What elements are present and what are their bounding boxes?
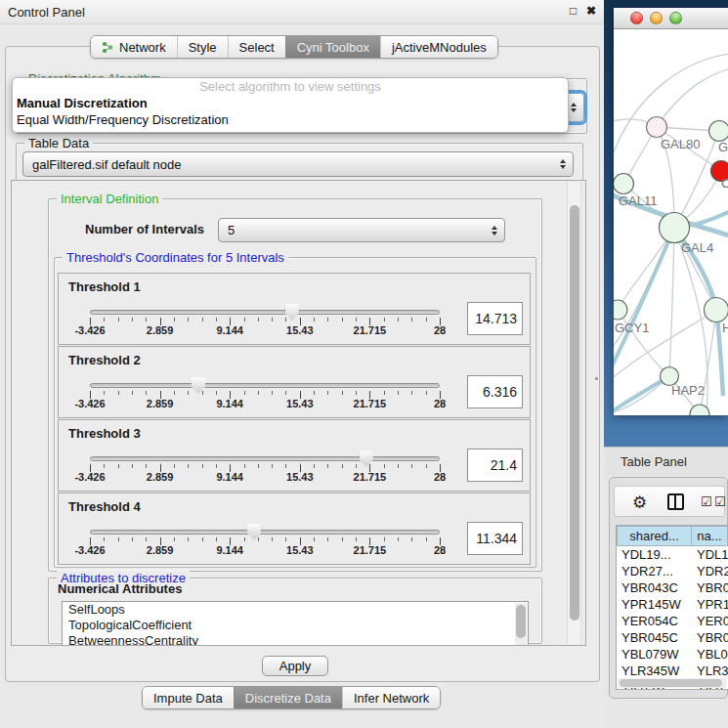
tab-style-label: Style: [189, 40, 217, 55]
cell[interactable]: YLR345W: [617, 663, 692, 679]
table-row[interactable]: YBR045CYBR0: [617, 629, 728, 646]
tab-impute-data[interactable]: Impute Data: [143, 687, 234, 708]
table-row[interactable]: YDR27...YDR2: [617, 563, 728, 579]
combo-arrows-icon: [571, 103, 577, 112]
cell[interactable]: YPR145W: [617, 596, 692, 613]
node-gcy1[interactable]: [614, 300, 627, 320]
tick-label: 9.144: [216, 544, 243, 556]
algorithm-option-equal-width[interactable]: Equal Width/Frequency Discretization: [13, 111, 568, 128]
table-row[interactable]: YER054CYER0: [617, 613, 728, 629]
table-horizontal-scrollbar-thumb[interactable]: [620, 679, 722, 687]
threshold-3-label: Threshold 3: [68, 426, 141, 441]
cell[interactable]: YBR0: [692, 579, 728, 596]
tick-label: 15.43: [286, 398, 314, 409]
tick-label: 2.859: [147, 544, 174, 556]
cell[interactable]: YDR2: [692, 563, 728, 579]
close-traffic-light-icon[interactable]: [630, 12, 643, 24]
threshold-3-slider-track[interactable]: [90, 456, 440, 461]
tab-style[interactable]: Style: [177, 36, 228, 58]
node-gal11[interactable]: [614, 174, 634, 194]
cell[interactable]: YDL1: [692, 546, 728, 563]
algorithm-popup-prompt: Select algorithm to view settings: [13, 78, 568, 95]
node-label-gal4: GAL4: [681, 240, 713, 255]
table-data-combobox[interactable]: galFiltered.sif default node: [22, 151, 574, 177]
cell[interactable]: YPR1: [692, 596, 728, 613]
cell[interactable]: YBR0: [692, 629, 728, 646]
tab-cyni-toolbox[interactable]: Cyni Toolbox: [285, 36, 380, 58]
gear-icon[interactable]: ⚙: [632, 491, 647, 514]
checkbox-checked-icon[interactable]: ☑: [714, 493, 726, 510]
number-of-intervals-label: Number of Intervals: [85, 222, 204, 236]
cell[interactable]: YER0: [692, 613, 728, 629]
cell[interactable]: YBR045C: [617, 629, 692, 646]
numerical-attributes-list: SelfLoops TopologicalCoefficient Between…: [62, 601, 529, 646]
tab-infer-network[interactable]: Infer Network: [342, 687, 440, 708]
number-of-intervals-combobox[interactable]: 5: [218, 218, 505, 242]
table-row[interactable]: YBL079WYBL0: [617, 646, 728, 663]
apply-button[interactable]: Apply: [262, 656, 328, 676]
table-row[interactable]: YLR345WYLR3: [617, 663, 728, 679]
threshold-4-slider-track[interactable]: [90, 530, 440, 535]
attributes-list-scrollbar[interactable]: [515, 603, 527, 646]
node-right-top[interactable]: [709, 121, 728, 142]
threshold-2-slider-track[interactable]: [90, 383, 440, 388]
cell[interactable]: YER054C: [617, 613, 692, 629]
list-item-topologicalcoefficient[interactable]: TopologicalCoefficient: [63, 618, 528, 633]
threshold-2-panel: Threshold 2 -3.426 2.859 9.144 15.43 21.…: [58, 346, 531, 418]
split-columns-icon[interactable]: [667, 493, 684, 510]
float-window-icon[interactable]: □: [570, 4, 577, 18]
table-horizontal-scrollbar[interactable]: [618, 678, 727, 688]
minimize-traffic-light-icon[interactable]: [650, 12, 663, 24]
settings-scrollbar-thumb[interactable]: [570, 205, 579, 621]
node-right-mid[interactable]: [705, 298, 728, 322]
table-row[interactable]: YDL19...YDL1: [617, 546, 728, 563]
tab-discretize-data[interactable]: Discretize Data: [234, 687, 342, 708]
threshold-1-slider-track[interactable]: [90, 310, 440, 315]
slider-major-ticks: [90, 537, 441, 545]
tick-label: 2.859: [147, 324, 174, 336]
threshold-1-value-field[interactable]: 14.713: [467, 302, 523, 335]
tab-cyni-toolbox-label: Cyni Toolbox: [297, 40, 369, 55]
close-icon[interactable]: ✖: [586, 4, 596, 18]
cell[interactable]: YDL19...: [617, 546, 692, 563]
zoom-traffic-light-icon[interactable]: [669, 12, 682, 24]
settings-scrollbar[interactable]: [567, 182, 581, 644]
list-item-selfloops[interactable]: SelfLoops: [63, 602, 528, 618]
slider-major-ticks: [90, 391, 441, 399]
tab-jactivemnodules[interactable]: jActiveMNodules: [380, 36, 497, 58]
table-panel-title: Table Panel: [621, 454, 687, 469]
cell[interactable]: YBR043C: [617, 579, 692, 596]
node-gal80[interactable]: [647, 117, 667, 138]
node-label-gal11: GAL11: [619, 193, 658, 208]
cell[interactable]: YBL079W: [617, 646, 692, 663]
tick-label: 9.144: [216, 398, 243, 409]
settings-scrollpane: Interval Definition Number of Intervals …: [11, 180, 586, 646]
cell[interactable]: YDR27...: [617, 563, 692, 579]
cell[interactable]: YBL0: [692, 646, 728, 663]
algorithm-option-manual[interactable]: Manual Discretization: [13, 95, 568, 111]
threshold-3-value-field[interactable]: 21.4: [467, 449, 523, 482]
combo-arrows-icon: [492, 226, 497, 236]
network-canvas[interactable]: GAL80 GA C GAL11 GAL4 GCY1 H HAP2: [614, 29, 728, 415]
threshold-4-label: Threshold 4: [68, 499, 141, 514]
tab-select[interactable]: Select: [228, 36, 285, 58]
column-header-shared-name[interactable]: shared...: [617, 526, 692, 546]
tick-label: 21.715: [354, 544, 387, 556]
cell[interactable]: YLR3: [692, 663, 728, 679]
checkbox-checked-icon[interactable]: ☑: [701, 493, 712, 510]
right-pane: GAL80 GA C GAL11 GAL4 GCY1 H HAP2 Table …: [604, 0, 728, 728]
node-label-hap2: HAP2: [671, 383, 705, 398]
tick-label: 2.859: [147, 471, 174, 483]
list-item-betweennesscentrality[interactable]: BetweennessCentrality: [63, 633, 528, 646]
threshold-2-value-field[interactable]: 6.316: [467, 375, 523, 408]
threshold-4-value-field[interactable]: 11.344: [467, 522, 523, 555]
tab-network[interactable]: Network: [91, 36, 177, 58]
column-header-name[interactable]: na...: [692, 526, 728, 546]
table-row[interactable]: YPR145WYPR1: [617, 596, 728, 613]
splitpane-grip[interactable]: [595, 377, 598, 380]
table-header-row: shared... na...: [617, 526, 728, 546]
tick-label: 28: [434, 398, 446, 409]
tick-label: 21.715: [354, 324, 387, 336]
node-gal4[interactable]: [660, 213, 690, 243]
table-row[interactable]: YBR043CYBR0: [617, 579, 728, 596]
